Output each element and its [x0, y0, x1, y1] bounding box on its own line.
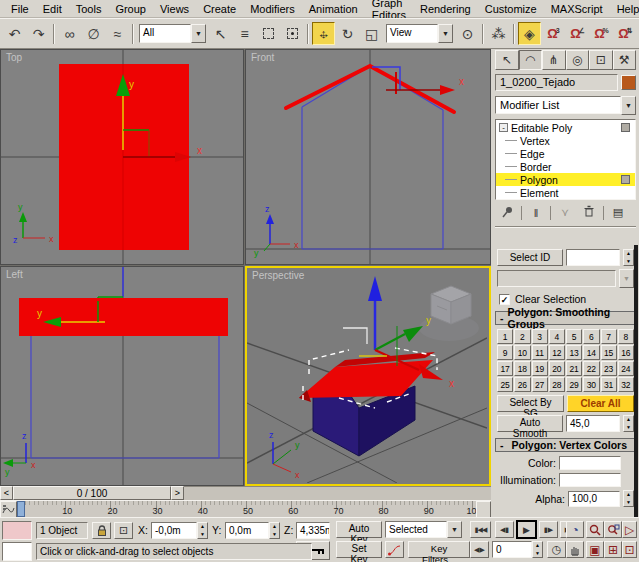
tab-utilities[interactable]: ⚒: [613, 50, 637, 70]
maximize-viewport-toggle-button[interactable]: ⊡: [622, 541, 637, 558]
menu-item-edit[interactable]: Edit: [36, 1, 69, 17]
object-name-field[interactable]: 1_0200_Tejado: [495, 74, 618, 91]
smoothing-group-12[interactable]: 12: [549, 345, 565, 360]
pin-stack-icon[interactable]: [497, 205, 517, 220]
menu-item-help[interactable]: Help: [610, 1, 639, 17]
smoothing-group-19[interactable]: 19: [532, 361, 548, 376]
zoom-all-button[interactable]: [604, 521, 622, 538]
smoothing-group-25[interactable]: 25: [497, 377, 513, 392]
object-color-swatch[interactable]: [621, 75, 636, 90]
menu-item-maxscript[interactable]: MAXScript: [544, 1, 610, 17]
select-and-rotate-button[interactable]: ↻: [336, 22, 359, 45]
menu-item-modifiers[interactable]: Modifiers: [243, 1, 302, 17]
smoothing-group-15[interactable]: 15: [601, 345, 617, 360]
stack-item-polygon[interactable]: Polygon: [496, 173, 635, 186]
selection-lock-button[interactable]: [92, 522, 111, 539]
smoothing-group-24[interactable]: 24: [618, 361, 634, 376]
angle-snap-toggle-button[interactable]: Ω∠: [566, 22, 589, 45]
time-configuration-button[interactable]: ◷: [547, 541, 566, 558]
smoothing-group-22[interactable]: 22: [583, 361, 599, 376]
smoothing-group-4[interactable]: 4: [549, 329, 565, 344]
dropdown-arrow-icon[interactable]: ▼: [447, 521, 462, 538]
alpha-field[interactable]: 100,0: [568, 491, 620, 507]
x-spinner[interactable]: ▲▼: [197, 522, 208, 539]
stack-item-vertex[interactable]: Vertex: [496, 134, 635, 147]
zoom-button[interactable]: [586, 521, 604, 538]
tab-hierarchy[interactable]: ⋔: [542, 50, 566, 70]
frame-spinner[interactable]: ▲▼: [532, 541, 543, 558]
vertex-color-swatch[interactable]: [559, 456, 621, 470]
viewport-left[interactable]: Left y z y x: [0, 266, 244, 486]
material-id-spinner[interactable]: ▲▼: [623, 249, 634, 266]
subobject-state-icon[interactable]: [621, 123, 630, 132]
smoothing-group-16[interactable]: 16: [618, 345, 634, 360]
viewport-top[interactable]: Top y x y x z: [0, 49, 244, 265]
y-spinner[interactable]: ▲▼: [269, 522, 280, 539]
smoothing-group-10[interactable]: 10: [514, 345, 530, 360]
current-frame-field[interactable]: 0: [492, 541, 532, 558]
z-coordinate-field[interactable]: 4,335m: [296, 522, 330, 539]
select-and-move-button[interactable]: ↔↕: [312, 22, 335, 45]
use-pivot-point-center-button[interactable]: ⊙: [456, 22, 479, 45]
time-slider-thumb[interactable]: 0 / 100: [13, 486, 171, 500]
key-filters-button[interactable]: Key Filters...: [408, 541, 470, 558]
percent-snap-toggle-button[interactable]: Ω%: [590, 22, 613, 45]
menu-item-file[interactable]: File: [4, 1, 36, 17]
rectangular-selection-region-button[interactable]: [257, 22, 280, 45]
zoom-extents-all-button[interactable]: ⊞: [604, 541, 622, 558]
arc-rotate-button[interactable]: ◔: [566, 521, 584, 538]
smoothing-group-29[interactable]: 29: [566, 377, 582, 392]
smoothing-group-11[interactable]: 11: [532, 345, 548, 360]
auto-key-button[interactable]: Auto Key: [336, 521, 382, 538]
reference-coordinate-system-dropdown[interactable]: View ▼: [386, 24, 453, 43]
x-coordinate-field[interactable]: -0,0m: [151, 522, 197, 539]
smoothing-group-8[interactable]: 8: [618, 329, 634, 344]
panel-scrollbar[interactable]: [634, 245, 638, 561]
auto-smooth-field[interactable]: 45,0: [566, 415, 620, 432]
smoothing-group-28[interactable]: 28: [549, 377, 565, 392]
selection-filter-dropdown[interactable]: All ▼: [139, 24, 206, 43]
smoothing-group-26[interactable]: 26: [514, 377, 530, 392]
menu-item-tools[interactable]: Tools: [69, 1, 109, 17]
smoothing-group-13[interactable]: 13: [566, 345, 582, 360]
alpha-spinner[interactable]: ▲▼: [623, 490, 634, 507]
set-key-button[interactable]: Set Key: [336, 541, 382, 558]
make-unique-icon[interactable]: ⋎: [555, 206, 575, 219]
collapse-icon[interactable]: -: [499, 123, 508, 132]
tab-modify[interactable]: ◠: [519, 50, 543, 70]
menu-item-customize[interactable]: Customize: [478, 1, 544, 17]
track-bar-ruler[interactable]: 0102030405060708090100: [17, 501, 475, 518]
key-mode-dropdown[interactable]: Selected ▼: [385, 521, 462, 538]
stack-item-editable-poly[interactable]: -Editable Poly: [496, 121, 635, 134]
maxscript-mini-listener-macro[interactable]: [2, 521, 32, 540]
coord-system-value[interactable]: View: [386, 24, 438, 43]
snap-3d-toggle-button[interactable]: Ω3: [542, 22, 565, 45]
select-and-manipulate-button[interactable]: ⁂: [487, 22, 510, 45]
default-in-out-tangents-button[interactable]: [385, 541, 404, 558]
field-of-view-button[interactable]: ▷: [622, 521, 637, 538]
viewport-front[interactable]: Front x z x y: [245, 49, 491, 265]
modifier-list-value[interactable]: Modifier List: [495, 96, 621, 114]
material-name-dropdown[interactable]: [497, 270, 616, 287]
stack-item-edge[interactable]: Edge: [496, 147, 635, 160]
redo-button[interactable]: ↷: [27, 22, 50, 45]
illumination-swatch[interactable]: [559, 473, 621, 487]
auto-smooth-spinner[interactable]: ▲▼: [623, 415, 634, 432]
smoothing-group-7[interactable]: 7: [601, 329, 617, 344]
bind-to-space-warp-button[interactable]: ≈: [106, 22, 129, 45]
play-button[interactable]: ▶: [516, 520, 537, 539]
tab-create[interactable]: ↖: [495, 50, 519, 70]
undo-button[interactable]: ↶: [3, 22, 26, 45]
dropdown-arrow-icon[interactable]: ▼: [191, 24, 206, 43]
smoothing-group-2[interactable]: 2: [514, 329, 530, 344]
smoothing-group-23[interactable]: 23: [601, 361, 617, 376]
select-by-sg-button[interactable]: Select By SG: [497, 395, 564, 412]
viewport-perspective[interactable]: Perspective: [245, 266, 491, 486]
tab-display[interactable]: ⊡: [589, 50, 613, 70]
previous-frame-arrow[interactable]: <: [0, 486, 13, 500]
smoothing-group-21[interactable]: 21: [566, 361, 582, 376]
current-frame-marker[interactable]: [17, 501, 25, 517]
tab-motion[interactable]: ◎: [566, 50, 590, 70]
smoothing-group-30[interactable]: 30: [583, 377, 599, 392]
key-mode-value[interactable]: Selected: [385, 521, 447, 538]
